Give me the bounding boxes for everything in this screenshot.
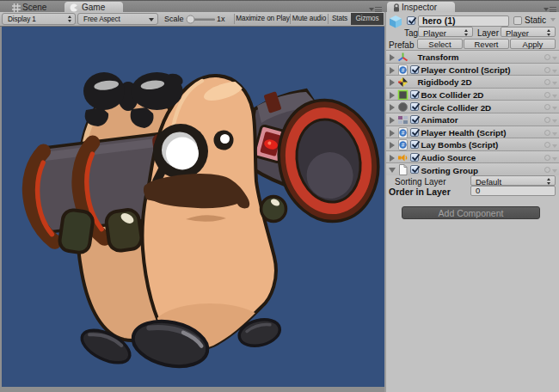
svg-text:#: # xyxy=(402,130,405,136)
svg-text:#: # xyxy=(402,142,405,148)
svg-text:#: # xyxy=(402,67,405,73)
